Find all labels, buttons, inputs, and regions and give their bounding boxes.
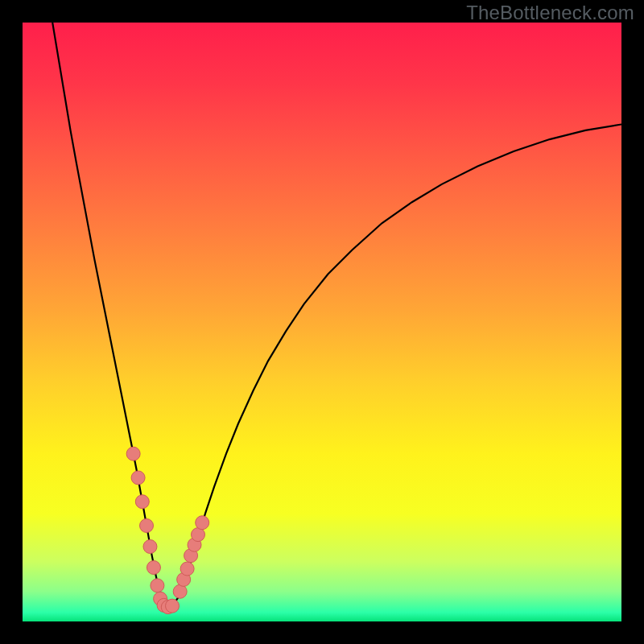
data-marker [143, 540, 157, 554]
data-marker [140, 518, 154, 532]
bottleneck-curve [52, 23, 621, 608]
data-marker [147, 561, 160, 575]
data-marker [151, 579, 164, 592]
data-marker [196, 516, 209, 530]
data-marker [135, 495, 149, 509]
chart-frame: TheBottleneck.com [0, 0, 644, 644]
watermark-text: TheBottleneck.com [466, 2, 634, 24]
chart-svg [23, 23, 621, 621]
data-marker [166, 599, 180, 613]
plot-area [23, 23, 621, 621]
data-markers [126, 447, 209, 613]
data-marker [131, 471, 145, 485]
data-marker [173, 584, 187, 598]
data-marker [180, 562, 194, 576]
data-marker [126, 447, 140, 460]
